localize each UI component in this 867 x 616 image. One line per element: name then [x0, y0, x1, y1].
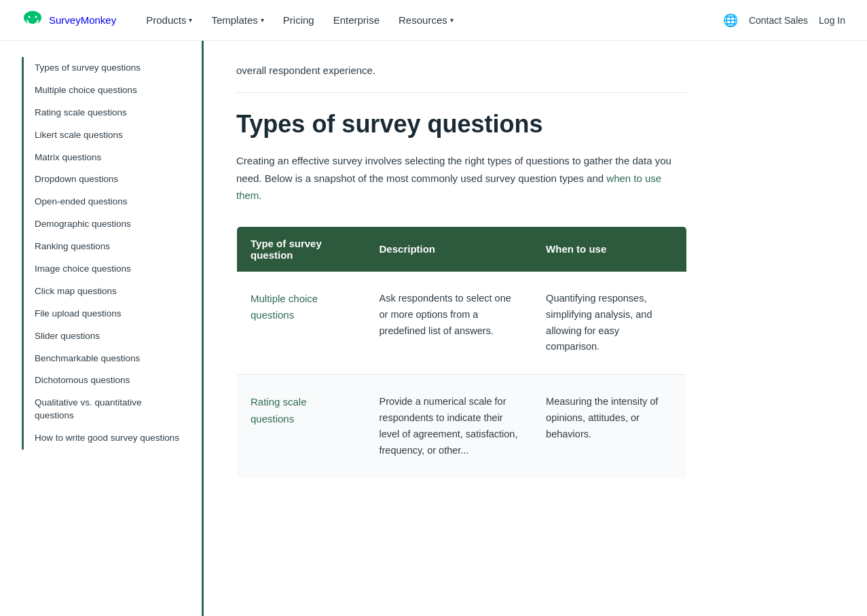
header-description: Description [366, 226, 533, 272]
table-row: Multiple choice questions Ask respondent… [237, 272, 687, 375]
sidebar-item-qualitative[interactable]: Qualitative vs. quantitative questions [32, 392, 185, 427]
sidebar-item-likert-scale[interactable]: Likert scale questions [32, 124, 185, 147]
intro-paragraph: Creating an effective survey involves se… [236, 152, 687, 204]
logo-text: SurveyMonkey [49, 14, 116, 26]
sidebar-item-slider[interactable]: Slider questions [32, 325, 185, 348]
row2-description: Provide a numerical scale for respondent… [366, 375, 533, 479]
chevron-down-icon: ▾ [189, 16, 192, 24]
when-to-use-link[interactable]: when to use them [236, 173, 661, 202]
sidebar-item-dropdown[interactable]: Dropdown questions [32, 168, 185, 191]
nav-enterprise[interactable]: Enterprise [325, 9, 388, 31]
svg-point-1 [29, 16, 31, 18]
sidebar-item-matrix[interactable]: Matrix questions [32, 147, 185, 169]
row1-type: Multiple choice questions [237, 272, 366, 375]
page-wrap: Types of survey questions Multiple choic… [0, 41, 867, 616]
nav-templates[interactable]: Templates ▾ [203, 9, 272, 31]
sidebar-border: Types of survey questions Multiple choic… [22, 57, 185, 450]
partial-intro-text: overall respondent experience. [236, 62, 687, 93]
row1-when: Quantifying responses, simplifying analy… [532, 272, 686, 375]
nav-pricing[interactable]: Pricing [275, 9, 322, 31]
sidebar-item-image-choice[interactable]: Image choice questions [32, 258, 185, 280]
sidebar-item-ranking[interactable]: Ranking questions [32, 236, 185, 258]
table-header: Type of survey question Description When… [237, 226, 687, 272]
page-title: Types of survey questions [236, 109, 687, 139]
row1-description: Ask respondents to select one or more op… [366, 272, 533, 375]
sidebar-item-multiple-choice[interactable]: Multiple choice questions [32, 79, 185, 102]
header-type: Type of survey question [237, 226, 366, 272]
chevron-down-icon: ▾ [261, 16, 264, 24]
header-when: When to use [532, 226, 686, 272]
table-body: Multiple choice questions Ask respondent… [237, 272, 687, 479]
sidebar-item-dichotomous[interactable]: Dichotomous questions [32, 369, 185, 392]
sidebar-item-demographic[interactable]: Demographic questions [32, 213, 185, 236]
svg-point-2 [35, 16, 37, 18]
sidebar-item-how-to-write[interactable]: How to write good survey questions [32, 427, 185, 450]
nav-resources[interactable]: Resources ▾ [390, 9, 462, 31]
row2-type: Rating scale questions [237, 375, 366, 479]
main-content: overall respondent experience. Types of … [204, 41, 720, 616]
row2-when: Measuring the intensity of opinions, att… [532, 375, 686, 479]
login-link[interactable]: Log In [819, 15, 845, 26]
sidebar-item-file-upload[interactable]: File upload questions [32, 303, 185, 325]
sidebar-item-benchmarkable[interactable]: Benchmarkable questions [32, 348, 185, 370]
sidebar-item-rating-scale[interactable]: Rating scale questions [32, 102, 185, 124]
table-header-row: Type of survey question Description When… [237, 226, 687, 272]
sidebar-item-open-ended[interactable]: Open-ended questions [32, 191, 185, 213]
contact-sales-link[interactable]: Contact Sales [749, 15, 808, 26]
sidebar-item-click-map[interactable]: Click map questions [32, 280, 185, 303]
survey-questions-table: Type of survey question Description When… [236, 226, 687, 479]
nav-products[interactable]: Products ▾ [138, 9, 200, 31]
svg-point-0 [24, 11, 41, 24]
logo-link[interactable]: SurveyMonkey [22, 10, 116, 31]
chevron-down-icon: ▾ [450, 16, 454, 24]
navbar: SurveyMonkey Products ▾ Templates ▾ Pric… [0, 0, 867, 41]
table-row: Rating scale questions Provide a numeric… [237, 375, 687, 479]
nav-right: 🌐 Contact Sales Log In [723, 13, 845, 28]
logo-icon [22, 10, 43, 31]
nav-links: Products ▾ Templates ▾ Pricing Enterpris… [138, 9, 723, 31]
sidebar: Types of survey questions Multiple choic… [0, 41, 204, 616]
globe-icon[interactable]: 🌐 [723, 13, 738, 28]
sidebar-item-types-of-survey-questions[interactable]: Types of survey questions [32, 57, 185, 79]
